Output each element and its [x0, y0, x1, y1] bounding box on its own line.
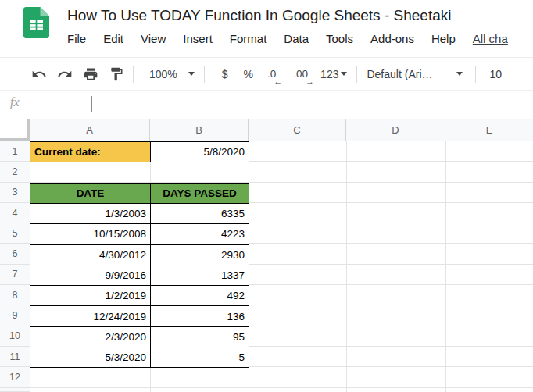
menu-insert[interactable]: Insert: [183, 32, 213, 45]
column-header-D[interactable]: D: [346, 119, 445, 141]
arrow-left-icon: ←: [274, 77, 282, 86]
menu-add-ons[interactable]: Add-ons: [370, 32, 414, 45]
cell-A8[interactable]: 1/2/2019: [30, 285, 151, 306]
document-title[interactable]: How To Use TODAY Function In Google Shee…: [67, 7, 451, 24]
row-header-11[interactable]: 11: [0, 347, 30, 367]
more-formats-label: 123: [320, 68, 338, 80]
undo-icon: [31, 66, 47, 82]
spreadsheet-grid: A B C D E 1 2 3 4 5 6 7 8 9 10 11 12 Cur…: [0, 119, 533, 392]
decrease-decimal-button[interactable]: .0 ←: [267, 68, 276, 80]
row-headers: 1 2 3 4 5 6 7 8 9 10 11 12: [0, 141, 30, 392]
menu-format[interactable]: Format: [230, 32, 267, 45]
google-sheets-logo-icon[interactable]: [23, 7, 49, 38]
formula-bar-divider: [91, 96, 92, 112]
cell-A6[interactable]: 4/30/2012: [30, 244, 151, 265]
gridline: [346, 141, 347, 392]
printer-icon: [83, 66, 98, 82]
redo-button[interactable]: [55, 65, 74, 84]
cell-B3[interactable]: DAYS PASSED: [150, 183, 249, 204]
cell-B5[interactable]: 4223: [150, 223, 249, 244]
arrow-right-icon: →: [306, 77, 314, 86]
all-changes-saved-link[interactable]: All cha: [473, 32, 508, 45]
row-header-12[interactable]: 12: [0, 367, 30, 387]
row-header-5[interactable]: 5: [0, 223, 30, 244]
fx-icon: fx: [10, 95, 20, 109]
cell-B8[interactable]: 492: [150, 285, 249, 306]
gridline: [445, 141, 446, 392]
menu-tools[interactable]: Tools: [326, 32, 353, 45]
row-header-13[interactable]: [0, 388, 30, 392]
menu-view[interactable]: View: [141, 32, 166, 45]
cell-A7[interactable]: 9/9/2016: [30, 265, 151, 286]
menu-help[interactable]: Help: [431, 32, 456, 45]
row-header-10[interactable]: 10: [0, 326, 30, 347]
toolbar-separator: [133, 66, 134, 83]
cell-B9[interactable]: 136: [150, 305, 249, 326]
more-formats-button[interactable]: 123: [320, 68, 347, 80]
row-header-7[interactable]: 7: [0, 265, 30, 285]
chevron-down-icon: [188, 72, 195, 76]
formula-bar[interactable]: [0, 90, 533, 119]
cell-B4[interactable]: 6335: [150, 203, 249, 224]
toolbar-separator: [356, 66, 357, 83]
row-header-3[interactable]: 3: [0, 183, 30, 203]
cell-A11[interactable]: 5/3/2020: [30, 347, 151, 368]
cell-A10[interactable]: 2/3/2020: [30, 326, 151, 347]
undo-button[interactable]: [30, 65, 48, 84]
column-header-E[interactable]: E: [445, 119, 533, 141]
format-currency-button[interactable]: $: [222, 68, 228, 80]
menu-file[interactable]: File: [67, 32, 86, 45]
redo-icon: [57, 66, 73, 82]
row-header-6[interactable]: 6: [0, 244, 30, 264]
cell-A1[interactable]: Current date:: [30, 141, 151, 162]
row-header-9[interactable]: 9: [0, 305, 30, 326]
format-percent-button[interactable]: %: [244, 68, 253, 80]
cell-B6[interactable]: 2930: [150, 244, 249, 265]
cell-B7[interactable]: 1337: [150, 265, 249, 286]
toolbar: 100% $ % .0 ← .00 → 123 Default (Ari… 10: [0, 58, 533, 90]
row-header-4[interactable]: 4: [0, 203, 30, 223]
column-header-B[interactable]: B: [150, 119, 249, 141]
paint-format-button[interactable]: [107, 65, 126, 84]
select-all-corner[interactable]: [0, 119, 30, 141]
column-headers: A B C D E: [30, 119, 533, 141]
menu-bar: File Edit View Insert Format Data Tools …: [67, 32, 508, 45]
print-button[interactable]: [81, 65, 100, 84]
cell-B11[interactable]: 5: [150, 347, 249, 368]
cell-B10[interactable]: 95: [150, 326, 249, 347]
row-header-1[interactable]: 1: [0, 141, 30, 162]
font-select[interactable]: Default (Ari…: [367, 68, 462, 80]
paint-roller-icon: [109, 66, 124, 82]
column-header-A[interactable]: A: [30, 119, 150, 141]
toolbar-separator: [475, 66, 476, 83]
font-size-value[interactable]: 10: [490, 68, 503, 80]
cell-A5[interactable]: 10/15/2008: [30, 223, 151, 244]
toolbar-separator: [204, 66, 205, 83]
font-name-value: Default (Ari…: [367, 68, 432, 80]
row-header-2[interactable]: 2: [0, 162, 30, 182]
zoom-select[interactable]: 100%: [149, 68, 195, 80]
cell-B1[interactable]: 5/8/2020: [150, 141, 249, 162]
chevron-down-icon: [341, 72, 347, 76]
cell-A9[interactable]: 12/24/2019: [30, 305, 151, 326]
menu-data[interactable]: Data: [284, 32, 309, 45]
menu-edit[interactable]: Edit: [103, 32, 123, 45]
zoom-value: 100%: [149, 68, 177, 80]
row-header-8[interactable]: 8: [0, 285, 30, 305]
chevron-down-icon: [456, 72, 463, 76]
cell-A3[interactable]: DATE: [30, 183, 151, 204]
cell-A4[interactable]: 1/3/2003: [30, 203, 151, 224]
increase-decimal-button[interactable]: .00 →: [293, 68, 308, 80]
column-header-C[interactable]: C: [249, 119, 346, 141]
